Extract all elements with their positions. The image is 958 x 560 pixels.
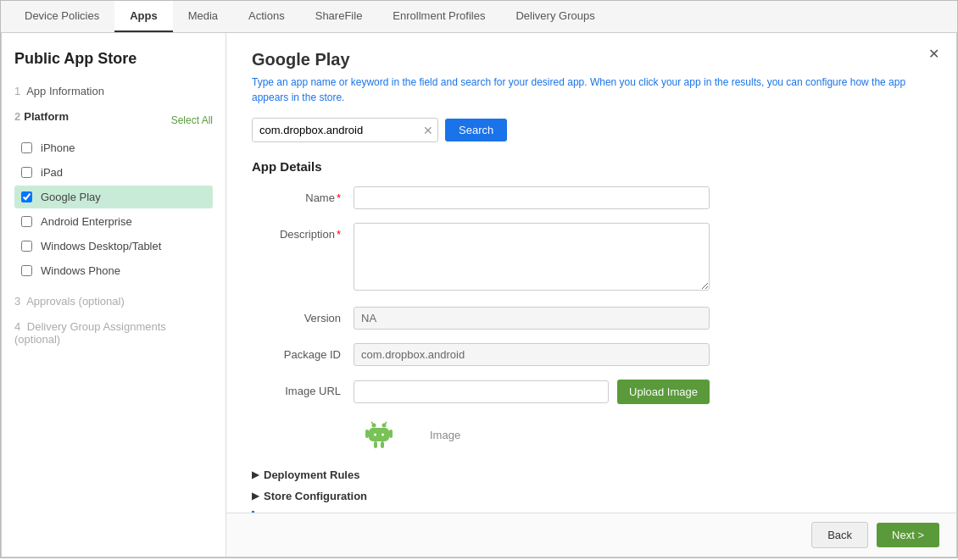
back-button[interactable]: Back bbox=[811, 522, 868, 548]
image-label: Image bbox=[430, 429, 460, 441]
main-container: Public App Store 1 App Information 2 Pla… bbox=[1, 33, 957, 557]
step-1-num: 1 bbox=[14, 85, 20, 97]
windows-phone-checkbox[interactable] bbox=[21, 265, 32, 276]
deployment-rules-label: Deployment Rules bbox=[264, 469, 359, 481]
nav-media[interactable]: Media bbox=[173, 1, 233, 32]
store-config-label: Store Configuration bbox=[264, 490, 367, 502]
windows-desktop-checkbox[interactable] bbox=[21, 241, 32, 252]
android-enterprise-checkbox[interactable] bbox=[21, 216, 32, 227]
svg-rect-6 bbox=[381, 441, 384, 448]
platform-windows-phone[interactable]: Windows Phone bbox=[14, 259, 213, 282]
platform-google-play[interactable]: Google Play bbox=[14, 186, 213, 208]
google-play-checkbox[interactable] bbox=[21, 191, 32, 202]
name-row: Name* bbox=[252, 186, 931, 209]
deployment-rules-section: ▶ Deployment Rules bbox=[252, 469, 931, 481]
step-3-text: Approvals (optional) bbox=[26, 295, 125, 308]
svg-rect-3 bbox=[365, 430, 369, 438]
description-textarea[interactable] bbox=[354, 223, 710, 291]
sidebar-title: Public App Store bbox=[14, 50, 213, 68]
step-4-section: 4 Delivery Group Assignments (optional) bbox=[14, 320, 213, 346]
search-button[interactable]: Search bbox=[445, 119, 507, 141]
step-2-num: 2 bbox=[14, 110, 20, 123]
svg-point-7 bbox=[374, 434, 376, 436]
nav-enrollment-profiles[interactable]: Enrollment Profiles bbox=[377, 1, 500, 32]
search-input[interactable] bbox=[252, 118, 438, 142]
content-wrapper: ✕ Google Play Type an app name or keywor… bbox=[226, 33, 956, 557]
deployment-rules-header[interactable]: ▶ Deployment Rules bbox=[252, 469, 931, 481]
sidebar: Public App Store 1 App Information 2 Pla… bbox=[2, 33, 226, 557]
close-button[interactable]: ✕ bbox=[928, 46, 939, 62]
step-4-label: 4 Delivery Group Assignments (optional) bbox=[14, 320, 213, 346]
package-id-input-container bbox=[354, 343, 710, 366]
image-url-input-container: Upload Image bbox=[354, 380, 710, 404]
store-config-header[interactable]: ▶ Store Configuration bbox=[252, 490, 931, 502]
package-id-label: Package ID bbox=[252, 343, 354, 361]
app-details-title: App Details bbox=[252, 159, 931, 174]
iphone-checkbox[interactable] bbox=[21, 142, 32, 153]
next-button[interactable]: Next > bbox=[877, 523, 939, 547]
content-description: Type an app name or keyword in the field… bbox=[252, 75, 931, 105]
search-clear-button[interactable]: ✕ bbox=[423, 124, 433, 137]
content-title: Google Play bbox=[252, 50, 931, 69]
platform-header: 2 Platform Select All bbox=[14, 110, 213, 130]
android-enterprise-label[interactable]: Android Enterprise bbox=[41, 215, 132, 228]
icon-image-row: Image bbox=[252, 418, 931, 452]
platform-windows-desktop[interactable]: Windows Desktop/Tablet bbox=[14, 235, 213, 258]
description-label: Description* bbox=[252, 223, 354, 241]
google-play-label[interactable]: Google Play bbox=[41, 191, 101, 203]
select-all-link[interactable]: Select All bbox=[171, 114, 213, 126]
version-label: Version bbox=[252, 307, 354, 324]
windows-phone-label[interactable]: Windows Phone bbox=[41, 264, 120, 277]
package-id-input bbox=[354, 343, 710, 366]
svg-rect-4 bbox=[389, 430, 393, 438]
top-navigation: Device Policies Apps Media Actions Share… bbox=[1, 1, 957, 33]
footer: Back Next > bbox=[226, 513, 956, 557]
nav-actions[interactable]: Actions bbox=[233, 1, 300, 32]
step-3-label: 3 Approvals (optional) bbox=[14, 295, 213, 308]
package-id-row: Package ID bbox=[252, 343, 931, 366]
step-4-text: Delivery Group Assignments (optional) bbox=[14, 320, 166, 346]
nav-delivery-groups[interactable]: Delivery Groups bbox=[500, 1, 610, 32]
iphone-label[interactable]: iPhone bbox=[41, 141, 75, 154]
step-3-num: 3 bbox=[14, 295, 20, 308]
ipad-checkbox[interactable] bbox=[21, 167, 32, 178]
platform-android-enterprise[interactable]: Android Enterprise bbox=[14, 210, 213, 233]
content-area: ✕ Google Play Type an app name or keywor… bbox=[226, 33, 956, 513]
description-input-container bbox=[354, 223, 710, 293]
svg-rect-5 bbox=[374, 441, 377, 448]
step-2-label: 2 Platform bbox=[14, 110, 69, 123]
upload-image-button[interactable]: Upload Image bbox=[617, 380, 710, 404]
step-1-label[interactable]: 1 App Information bbox=[14, 85, 213, 97]
nav-device-policies[interactable]: Device Policies bbox=[9, 1, 114, 32]
android-icon bbox=[362, 418, 396, 452]
name-label: Name* bbox=[252, 186, 354, 204]
name-input-container bbox=[354, 186, 710, 209]
step-2-section: 2 Platform Select All iPhone iPad Google bbox=[14, 110, 213, 282]
description-row: Description* bbox=[252, 223, 931, 293]
version-input-container bbox=[354, 307, 710, 330]
image-url-input[interactable] bbox=[354, 380, 609, 403]
version-row: Version bbox=[252, 307, 931, 330]
svg-point-8 bbox=[382, 434, 384, 436]
step-3-section: 3 Approvals (optional) bbox=[14, 295, 213, 308]
step-1-section: 1 App Information bbox=[14, 85, 213, 97]
name-input[interactable] bbox=[354, 186, 710, 209]
image-url-inner-row: Upload Image bbox=[354, 380, 710, 404]
image-url-label: Image URL bbox=[252, 380, 354, 397]
search-input-wrapper: ✕ bbox=[252, 118, 438, 142]
step-2-text: Platform bbox=[24, 110, 69, 123]
platform-ipad[interactable]: iPad bbox=[14, 161, 213, 184]
svg-rect-2 bbox=[369, 428, 389, 441]
ipad-label[interactable]: iPad bbox=[41, 166, 63, 179]
blue-indicator bbox=[252, 511, 254, 513]
platform-iphone[interactable]: iPhone bbox=[14, 136, 213, 159]
app-wrapper: Device Policies Apps Media Actions Share… bbox=[0, 0, 958, 558]
step-1-text: App Information bbox=[26, 85, 104, 97]
deployment-rules-arrow: ▶ bbox=[252, 469, 259, 480]
step-4-num: 4 bbox=[14, 320, 20, 333]
store-config-arrow: ▶ bbox=[252, 491, 259, 502]
nav-sharefile[interactable]: ShareFile bbox=[300, 1, 378, 32]
windows-desktop-label[interactable]: Windows Desktop/Tablet bbox=[41, 240, 161, 252]
image-url-row: Image URL Upload Image bbox=[252, 380, 931, 404]
nav-apps[interactable]: Apps bbox=[114, 1, 173, 32]
